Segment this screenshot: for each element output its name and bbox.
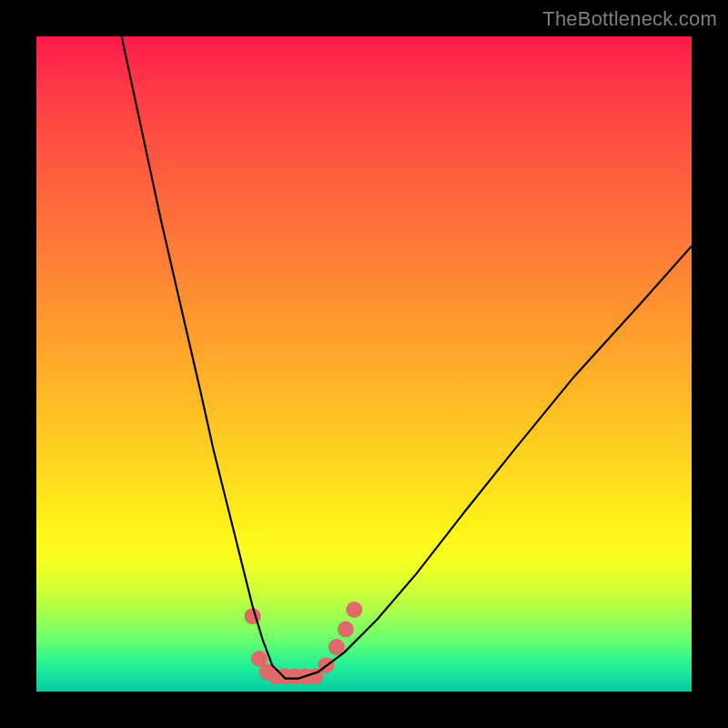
highlight-dot [346, 602, 362, 618]
watermark-label: TheBottleneck.com [542, 7, 717, 31]
chart-svg [36, 36, 692, 692]
highlight-markers [245, 602, 363, 684]
highlight-dot [245, 608, 261, 624]
highlight-dot [338, 622, 354, 638]
chart-frame: TheBottleneck.com [0, 0, 728, 728]
bottleneck-curve [122, 36, 692, 679]
plot-area [36, 36, 692, 692]
